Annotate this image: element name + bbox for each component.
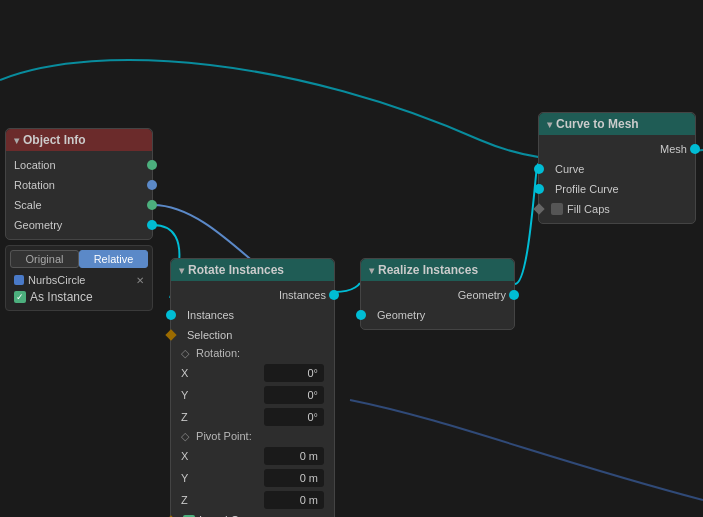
node-rotate-instances[interactable]: ▾ Rotate Instances Instances Instances S… [170,258,335,517]
nurbs-circle-color [14,275,24,285]
socket-row-scale: Scale [6,195,152,215]
socket-scale-out [147,200,157,210]
node-curve-to-mesh[interactable]: ▾ Curve to Mesh Mesh Curve Profile Curve… [538,112,696,224]
pivot-y-row: Y 0 m [171,467,334,489]
pivot-z-label: Z [181,494,201,506]
socket-location-out [147,160,157,170]
btn-original[interactable]: Original [10,250,79,268]
node-rotate-instances-header: ▾ Rotate Instances [171,259,334,281]
pivot-x-label: X [181,450,201,462]
as-instance-row: ✓ As Instance [10,288,148,306]
rotation-y-label: Y [181,389,201,401]
as-instance-checkbox[interactable]: ✓ [14,291,26,303]
socket-instances-out [329,290,339,300]
socket-label-geometry: Geometry [14,219,62,231]
rotation-x-row: X 0° [171,362,334,384]
socket-row-geometry: Geometry [6,215,152,235]
btn-relative[interactable]: Relative [79,250,148,268]
label-fill-caps: Fill Caps [567,203,610,215]
node-realize-instances-body: Geometry Geometry [361,281,514,329]
rotation-z-label: Z [181,411,201,423]
nurbs-circle-label: NurbsCircle [28,274,132,286]
node-object-info-header: ▾ Object Info [6,129,152,151]
node-curve-to-mesh-body: Mesh Curve Profile Curve Fill Caps [539,135,695,223]
node-realize-instances-header: ▾ Realize Instances [361,259,514,281]
socket-geometry-out [147,220,157,230]
node-object-info[interactable]: ▾ Object Info Location Rotation Scale Ge… [5,128,153,240]
row-instances-out: Instances [171,285,334,305]
row-mesh-out: Mesh [539,139,695,159]
rotation-y-row: Y 0° [171,384,334,406]
socket-label-scale: Scale [14,199,42,211]
rotation-x-input[interactable]: 0° [264,364,324,382]
label-realize-geometry-in: Geometry [377,309,425,321]
socket-curve-in [534,164,544,174]
rotate-collapse-arrow[interactable]: ▾ [179,265,184,276]
collapse-arrow[interactable]: ▾ [14,135,19,146]
node-rotate-instances-body: Instances Instances Selection ◇ Rotation… [171,281,334,517]
rotation-z-input[interactable]: 0° [264,408,324,426]
row-selection-in: Selection [171,325,334,345]
socket-mesh-out [690,144,700,154]
side-panel: Original Relative NurbsCircle ✕ ✓ As Ins… [5,245,153,311]
label-mesh-out: Mesh [660,143,687,155]
row-realize-geometry-in: Geometry [361,305,514,325]
node-object-info-title: Object Info [23,133,86,147]
label-instances-in: Instances [187,309,234,321]
rotation-section-header: ◇ Rotation: [171,345,334,362]
fill-caps-checkbox[interactable] [551,203,563,215]
row-fill-caps: Fill Caps [539,199,695,219]
pivot-x-input[interactable]: 0 m [264,447,324,465]
label-curve-in: Curve [555,163,584,175]
socket-selection-diamond [165,329,176,340]
row-realize-geometry-out: Geometry [361,285,514,305]
socket-row-location: Location [6,155,152,175]
realize-collapse-arrow[interactable]: ▾ [369,265,374,276]
label-selection: Selection [187,329,232,341]
node-object-info-body: Location Rotation Scale Geometry [6,151,152,239]
label-realize-geometry-out: Geometry [458,289,506,301]
socket-profile-curve-in [534,184,544,194]
row-instances-in: Instances [171,305,334,325]
node-realize-instances-title: Realize Instances [378,263,478,277]
pivot-z-row: Z 0 m [171,489,334,511]
row-curve-in: Curve [539,159,695,179]
node-rotate-instances-title: Rotate Instances [188,263,284,277]
fill-caps-diamond [533,203,544,214]
pivot-z-input[interactable]: 0 m [264,491,324,509]
node-curve-to-mesh-header: ▾ Curve to Mesh [539,113,695,135]
nurbs-circle-close[interactable]: ✕ [136,275,144,286]
pivot-y-label: Y [181,472,201,484]
socket-label-location: Location [14,159,56,171]
socket-realize-geometry-in [356,310,366,320]
node-realize-instances[interactable]: ▾ Realize Instances Geometry Geometry [360,258,515,330]
row-profile-curve-in: Profile Curve [539,179,695,199]
socket-row-rotation: Rotation [6,175,152,195]
socket-rotation-out [147,180,157,190]
socket-label-rotation: Rotation [14,179,55,191]
label-profile-curve-in: Profile Curve [555,183,619,195]
local-space-row: ✓ Local Space [171,511,334,517]
toggle-group[interactable]: Original Relative [10,250,148,268]
curve-collapse-arrow[interactable]: ▾ [547,119,552,130]
node-curve-to-mesh-title: Curve to Mesh [556,117,639,131]
rotation-z-row: Z 0° [171,406,334,428]
label-instances-out: Instances [279,289,326,301]
as-instance-label: As Instance [30,290,93,304]
pivot-section-header: ◇ Pivot Point: [171,428,334,445]
pivot-y-input[interactable]: 0 m [264,469,324,487]
socket-instances-in [166,310,176,320]
rotation-y-input[interactable]: 0° [264,386,324,404]
socket-realize-geometry-out [509,290,519,300]
rotation-x-label: X [181,367,201,379]
nurbs-circle-row: NurbsCircle ✕ [10,272,148,288]
pivot-x-row: X 0 m [171,445,334,467]
